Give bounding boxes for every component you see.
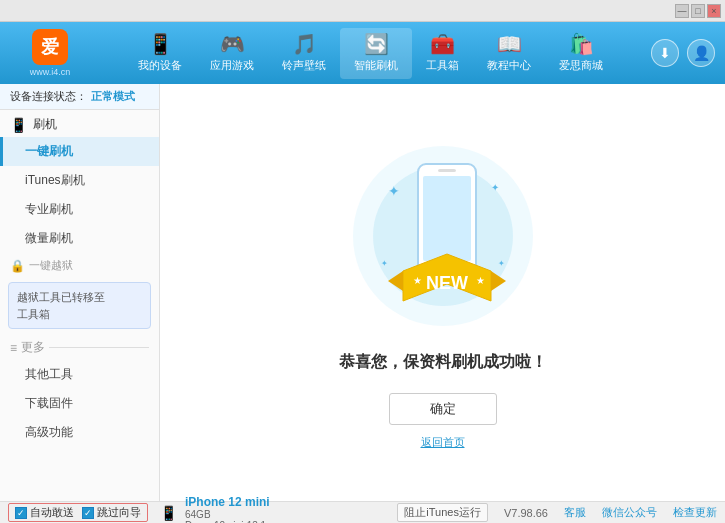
flash-section-icon: 📱 [10, 117, 27, 133]
status-value: 正常模式 [91, 89, 135, 104]
sidebar-item-download-firmware[interactable]: 下载固件 [0, 389, 159, 418]
auto-flash-check-icon: ✓ [15, 507, 27, 519]
checkbox-group: ✓ 自动敢送 ✓ 跳过向导 [8, 503, 148, 522]
tutorials-label: 教程中心 [487, 58, 531, 73]
maximize-button[interactable]: □ [691, 4, 705, 18]
user-button[interactable]: 👤 [687, 39, 715, 67]
lock-icon: 🔒 [10, 259, 25, 273]
jailbreak-label: 一键越狱 [29, 258, 73, 273]
connection-status: 设备连接状态： 正常模式 [0, 84, 159, 110]
nav-smart-flash[interactable]: 🔄 智能刷机 [340, 28, 412, 79]
sidebar: 设备连接状态： 正常模式 📱 刷机 一键刷机 iTunes刷机 专业刷机 微量刷… [0, 84, 160, 501]
ringtones-icon: 🎵 [292, 34, 317, 54]
apps-games-label: 应用游戏 [210, 58, 254, 73]
close-button[interactable]: × [707, 4, 721, 18]
svg-text:✦: ✦ [491, 182, 499, 193]
apps-games-icon: 🎮 [220, 34, 245, 54]
nav-shop[interactable]: 🛍️ 爱思商城 [545, 28, 617, 79]
sidebar-item-micro-flash[interactable]: 微量刷机 [0, 224, 159, 253]
skip-wizard-label: 跳过向导 [97, 505, 141, 520]
ringtones-label: 铃声壁纸 [282, 58, 326, 73]
stop-itunes-button[interactable]: 阻止iTunes运行 [397, 503, 488, 522]
shop-label: 爱思商城 [559, 58, 603, 73]
auto-flash-checkbox[interactable]: ✓ 自动敢送 [15, 505, 74, 520]
logo-icon: 爱 [32, 29, 68, 65]
skip-wizard-check-icon: ✓ [82, 507, 94, 519]
nav-toolbox[interactable]: 🧰 工具箱 [412, 28, 473, 79]
svg-text:✦: ✦ [388, 183, 400, 199]
success-illustration: ✦ ✦ ✦ ✦ NEW ★ [343, 136, 543, 336]
sidebar-item-advanced[interactable]: 高级功能 [0, 418, 159, 447]
content-area: ✦ ✦ ✦ ✦ NEW ★ [160, 84, 725, 501]
success-text: 恭喜您，保资料刷机成功啦！ [339, 352, 547, 373]
nav-ringtones[interactable]: 🎵 铃声壁纸 [268, 28, 340, 79]
customer-service-link[interactable]: 客服 [564, 505, 586, 520]
status-label: 设备连接状态： [10, 89, 87, 104]
section-more: ≡ 更多 [0, 333, 159, 360]
nav-apps-games[interactable]: 🎮 应用游戏 [196, 28, 268, 79]
window-controls: — □ × [675, 4, 721, 18]
shop-icon: 🛍️ [569, 34, 594, 54]
confirm-button[interactable]: 确定 [389, 393, 497, 425]
bottom-right: 阻止iTunes运行 V7.98.66 客服 微信公众号 检查更新 [397, 503, 717, 522]
flash-section-label: 刷机 [33, 116, 57, 133]
svg-text:✦: ✦ [498, 259, 505, 268]
device-section: 📱 iPhone 12 mini 64GB Down-12mini-13,1 [160, 495, 270, 524]
svg-rect-7 [423, 176, 471, 261]
tutorials-icon: 📖 [497, 34, 522, 54]
smart-flash-icon: 🔄 [364, 34, 389, 54]
success-svg: ✦ ✦ ✦ ✦ NEW ★ [343, 136, 543, 336]
device-icon: 📱 [160, 505, 177, 521]
device-name: iPhone 12 mini [185, 495, 270, 509]
device-storage: 64GB [185, 509, 270, 520]
svg-rect-9 [438, 169, 456, 172]
device-firmware: Down-12mini-13,1 [185, 520, 270, 524]
smart-flash-label: 智能刷机 [354, 58, 398, 73]
sidebar-item-pro-flash[interactable]: 专业刷机 [0, 195, 159, 224]
version-text: V7.98.66 [504, 507, 548, 519]
more-section-icon: ≡ [10, 341, 17, 355]
title-bar: — □ × [0, 0, 725, 22]
svg-text:NEW: NEW [426, 273, 468, 293]
check-update-link[interactable]: 检查更新 [673, 505, 717, 520]
nav-right: ⬇ 👤 [651, 39, 715, 67]
auto-flash-label: 自动敢送 [30, 505, 74, 520]
skip-wizard-checkbox[interactable]: ✓ 跳过向导 [82, 505, 141, 520]
toolbox-label: 工具箱 [426, 58, 459, 73]
my-device-label: 我的设备 [138, 58, 182, 73]
logo[interactable]: 爱 www.i4.cn [10, 29, 90, 77]
nav-tutorials[interactable]: 📖 教程中心 [473, 28, 545, 79]
sidebar-item-other-tools[interactable]: 其他工具 [0, 360, 159, 389]
my-device-icon: 📱 [148, 34, 173, 54]
device-info: iPhone 12 mini 64GB Down-12mini-13,1 [185, 495, 270, 524]
download-button[interactable]: ⬇ [651, 39, 679, 67]
header: 爱 www.i4.cn 📱 我的设备 🎮 应用游戏 🎵 铃声壁纸 🔄 智能刷机 … [0, 22, 725, 84]
jailbreak-note: 越狱工具已转移至工具箱 [8, 282, 151, 329]
logo-url: www.i4.cn [30, 67, 71, 77]
divider-line [49, 347, 149, 348]
sidebar-item-onekey-flash[interactable]: 一键刷机 [0, 137, 159, 166]
return-link[interactable]: 返回首页 [421, 435, 465, 450]
main-area: 设备连接状态： 正常模式 📱 刷机 一键刷机 iTunes刷机 专业刷机 微量刷… [0, 84, 725, 501]
jailbreak-note-text: 越狱工具已转移至工具箱 [17, 291, 105, 320]
svg-text:✦: ✦ [381, 259, 388, 268]
sidebar-item-jailbreak: 🔒 一键越狱 [0, 253, 159, 278]
nav-my-device[interactable]: 📱 我的设备 [124, 28, 196, 79]
section-flash: 📱 刷机 [0, 110, 159, 137]
wechat-link[interactable]: 微信公众号 [602, 505, 657, 520]
nav-items: 📱 我的设备 🎮 应用游戏 🎵 铃声壁纸 🔄 智能刷机 🧰 工具箱 📖 教程中心… [90, 28, 651, 79]
toolbox-icon: 🧰 [430, 34, 455, 54]
sidebar-item-itunes-flash[interactable]: iTunes刷机 [0, 166, 159, 195]
bottom-bar: ✓ 自动敢送 ✓ 跳过向导 📱 iPhone 12 mini 64GB Down… [0, 501, 725, 523]
svg-text:★: ★ [476, 275, 485, 286]
more-section-label: 更多 [21, 339, 45, 356]
minimize-button[interactable]: — [675, 4, 689, 18]
svg-text:★: ★ [413, 275, 422, 286]
